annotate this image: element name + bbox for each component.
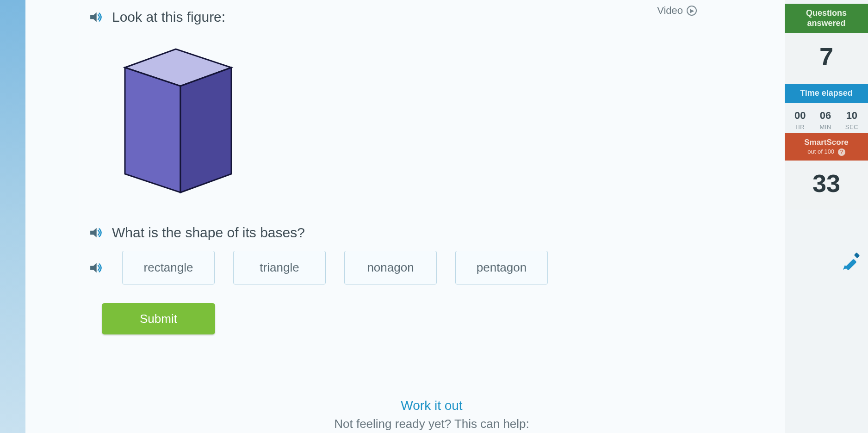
questions-answered-value: 7	[785, 33, 868, 84]
speaker-icon[interactable]	[88, 260, 104, 276]
prompt-2-row: What is the shape of its bases?	[88, 225, 775, 241]
time-hr-label: HR	[795, 124, 805, 130]
speaker-icon[interactable]	[88, 9, 104, 25]
smartscore-value: 33	[785, 161, 868, 210]
choice-rectangle[interactable]: rectangle	[122, 251, 215, 285]
main-content: Video ▶ Look at this figure:	[79, 0, 785, 433]
time-min: 06 MIN	[819, 110, 831, 130]
time-elapsed-body: 00 HR 06 MIN 10 SEC	[785, 103, 868, 133]
time-sec-label: SEC	[845, 124, 858, 130]
choice-triangle[interactable]: triangle	[233, 251, 326, 285]
time-sec: 10 SEC	[845, 110, 858, 130]
content-gutter	[25, 0, 79, 433]
time-hr-value: 00	[794, 110, 806, 122]
play-icon: ▶	[687, 6, 697, 16]
scratchpad-button[interactable]	[785, 251, 868, 273]
time-elapsed-header: Time elapsed	[785, 84, 868, 103]
smartscore-header: SmartScore out of 100 ?	[785, 133, 868, 161]
window-edge-left	[0, 0, 25, 433]
footer-links: Work it out Not feeling ready yet? This …	[79, 398, 785, 431]
help-icon[interactable]: ?	[838, 148, 845, 156]
work-it-out-link[interactable]: Work it out	[79, 398, 785, 413]
video-label: Video	[657, 5, 683, 17]
svg-marker-13	[180, 68, 231, 192]
prompt-2-text: What is the shape of its bases?	[112, 225, 305, 241]
time-sec-value: 10	[846, 110, 857, 122]
smartscore-sub: out of 100	[807, 148, 834, 155]
stats-sidebar: Questions answered 7 Time elapsed 00 HR …	[785, 0, 868, 433]
time-hr: 00 HR	[794, 110, 806, 130]
smartscore-label: SmartScore	[804, 138, 848, 147]
not-ready-text: Not feeling ready yet? This can help:	[79, 417, 785, 431]
time-min-value: 06	[820, 110, 831, 122]
answer-choices: rectangle triangle nonagon pentagon	[88, 251, 775, 285]
prompt-1-text: Look at this figure:	[112, 9, 225, 25]
questions-answered-header: Questions answered	[785, 4, 868, 33]
time-min-label: MIN	[819, 124, 831, 130]
submit-button[interactable]: Submit	[102, 303, 215, 334]
svg-rect-16	[854, 252, 860, 258]
choice-pentagon[interactable]: pentagon	[455, 251, 548, 285]
figure-prism	[102, 35, 250, 211]
choice-nonagon[interactable]: nonagon	[344, 251, 437, 285]
speaker-icon[interactable]	[88, 225, 104, 241]
svg-marker-12	[125, 68, 180, 192]
video-link[interactable]: Video ▶	[657, 5, 697, 17]
svg-rect-14	[845, 259, 856, 270]
